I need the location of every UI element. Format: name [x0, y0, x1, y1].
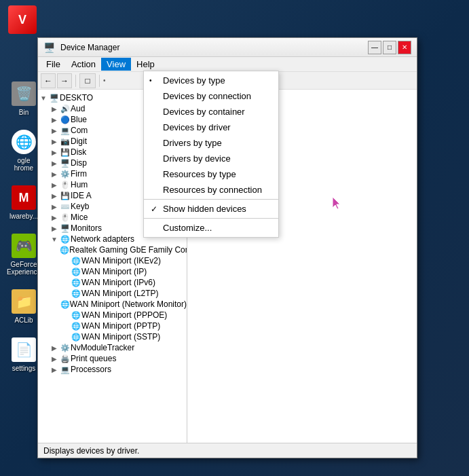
hid-icon: 🖱️ [60, 181, 71, 189]
expand-monitors: ▶ [49, 225, 60, 232]
tree-item-wan-l2tp[interactable]: 🌐 WAN Miniport (L2TP) [60, 288, 187, 299]
nvmodule-icon: ⚙️ [60, 344, 71, 352]
menu-file[interactable]: File [41, 58, 66, 71]
tree-item-wan-netmon[interactable]: 🌐 WAN Miniport (Network Monitor) [60, 299, 187, 310]
view-show-hidden[interactable]: Show hidden devices [144, 201, 278, 217]
expand-firmware: ▶ [49, 170, 60, 178]
tree-item-wan-sstp[interactable]: 🌐 WAN Miniport (SSTP) [60, 331, 187, 342]
wan-ikev2-icon: 🌐 [71, 257, 81, 266]
titlebar-icon: 🖥️ [43, 42, 55, 53]
expand-network: ▼ [49, 236, 60, 243]
expand-keyboard: ▶ [49, 203, 60, 210]
tree-item-realtek[interactable]: 🌐 Realtek Gaming GbE Family Controller [60, 244, 187, 255]
tree-com-label: Com [71, 126, 88, 135]
tree-item-wan-pppoe[interactable]: 🌐 WAN Miniport (PPPOE) [60, 310, 187, 321]
com-icon: 💻 [60, 126, 71, 135]
device-manager-window: 🖥️ Device Manager — □ ✕ File Action View… [37, 37, 417, 458]
toolbar-dot: • [103, 77, 106, 84]
desktop-icon-geforce-label: GeForceExperience [7, 261, 41, 276]
tree-item-wan-ipv6[interactable]: 🌐 WAN Miniport (IPv6) [60, 277, 187, 288]
expand-com: ▶ [49, 127, 60, 134]
firmware-icon: ⚙️ [60, 170, 71, 179]
tree-item-processors[interactable]: ▶ 💻 Processors [49, 364, 187, 375]
view-devices-by-type[interactable]: • Devices by type [144, 73, 278, 88]
wan-sstp-icon: 🌐 [71, 333, 81, 342]
display-icon: 🖥️ [60, 159, 71, 168]
tree-audio-label: Aud [71, 104, 85, 113]
ide-icon: 💾 [60, 191, 71, 200]
toolbar-forward[interactable]: → [57, 73, 72, 88]
computer-icon: 🖥️ [49, 94, 60, 103]
print-icon: 🖨️ [60, 354, 71, 363]
valorant-icon: V [8, 5, 37, 34]
view-drivers-by-device[interactable]: Drivers by device [144, 151, 278, 166]
tree-item-wan-ip[interactable]: 🌐 WAN Miniport (IP) [60, 266, 187, 277]
desktop-icon-chrome-label: oglehrome [14, 157, 33, 172]
bluetooth-icon: 🔵 [60, 115, 71, 124]
tree-ide-label: IDE A [71, 191, 92, 200]
processors-icon: 💻 [60, 365, 71, 374]
view-resources-by-connection[interactable]: Resources by connection [144, 182, 278, 198]
toolbar-sep-2 [99, 75, 100, 87]
disk-icon: 💾 [60, 148, 71, 157]
view-resources-by-type[interactable]: Resources by type [144, 166, 278, 182]
tree-root-label: DESKTO [60, 93, 93, 103]
expand-audio: ▶ [49, 105, 60, 113]
view-dropdown-menu: • Devices by type Devices by connection … [143, 71, 279, 238]
tree-network-label: Network adapters [71, 234, 134, 244]
desktop-icon-settings-label: settings [12, 365, 35, 372]
expand-display: ▶ [49, 160, 60, 167]
tree-item-wan-pptp[interactable]: 🌐 WAN Miniport (PPTP) [60, 321, 187, 331]
view-customize[interactable]: Customize... [144, 220, 278, 236]
tree-item-print[interactable]: ▶ 🖨️ Print queues [49, 353, 187, 364]
menu-view[interactable]: View [101, 58, 131, 71]
tree-disk-label: Disk [71, 147, 86, 157]
realtek-icon: 🌐 [60, 246, 69, 255]
minimize-button[interactable]: — [368, 41, 381, 54]
bullet-icon: • [149, 77, 152, 84]
tree-monitors-label: Monitors [71, 223, 102, 233]
sep-1 [144, 199, 278, 200]
view-devices-by-connection[interactable]: Devices by connection [144, 88, 278, 104]
toolbar-sep-1 [75, 75, 76, 87]
keyboard-icon: ⌨️ [60, 202, 71, 211]
network-icon: 🌐 [60, 235, 71, 244]
sep-2 [144, 218, 278, 219]
tree-item-nvmodule[interactable]: ▶ ⚙️ NvModuleTracker [49, 342, 187, 353]
wan-ipv6-icon: 🌐 [71, 278, 81, 287]
wan-pppoe-icon: 🌐 [71, 311, 81, 320]
expand-mice: ▶ [49, 214, 60, 221]
statusbar: Displays devices by driver. [38, 443, 417, 458]
menu-help[interactable]: Help [131, 58, 160, 71]
menu-action[interactable]: Action [66, 58, 101, 71]
monitors-icon: 🖥️ [60, 224, 71, 233]
expand-disk: ▶ [49, 149, 60, 156]
desktop-icon-malware-label: lwareby... [10, 213, 38, 220]
toolbar-back[interactable]: ← [41, 73, 56, 88]
close-button[interactable]: ✕ [398, 41, 411, 54]
expand-ide: ▶ [49, 192, 60, 200]
view-drivers-by-type[interactable]: Drivers by type [144, 135, 278, 151]
window-title: Device Manager [60, 43, 362, 52]
tree-keyboard-label: Keyb [71, 202, 89, 211]
tree-bluetooth-label: Blue [71, 115, 87, 124]
tree-digit-label: Digit [71, 136, 87, 146]
maximize-button[interactable]: □ [383, 41, 396, 54]
tree-item-wan-ikev2[interactable]: 🌐 WAN Miniport (IKEv2) [60, 255, 187, 266]
titlebar: 🖥️ Device Manager — □ ✕ [38, 38, 417, 57]
view-devices-by-driver[interactable]: Devices by driver [144, 120, 278, 135]
expand-bluetooth: ▶ [49, 116, 60, 124]
desktop-icon-bin-label: Bin [19, 109, 29, 116]
wan-pptp-icon: 🌐 [71, 322, 81, 331]
desktop-icon-folder-label: ACLib [14, 316, 33, 324]
window-controls: — □ ✕ [368, 41, 411, 54]
statusbar-text: Displays devices by driver. [43, 446, 139, 456]
expand-digit: ▶ [49, 138, 60, 145]
view-devices-by-container[interactable]: Devices by container [144, 104, 278, 120]
wan-ip-icon: 🌐 [71, 268, 81, 276]
wan-l2tp-icon: 🌐 [71, 289, 81, 298]
tree-firmware-label: Firm [71, 169, 87, 179]
toolbar-properties[interactable]: □ [79, 73, 96, 88]
expand-root: ▼ [38, 94, 49, 102]
audio-icon: 🔊 [60, 105, 71, 113]
